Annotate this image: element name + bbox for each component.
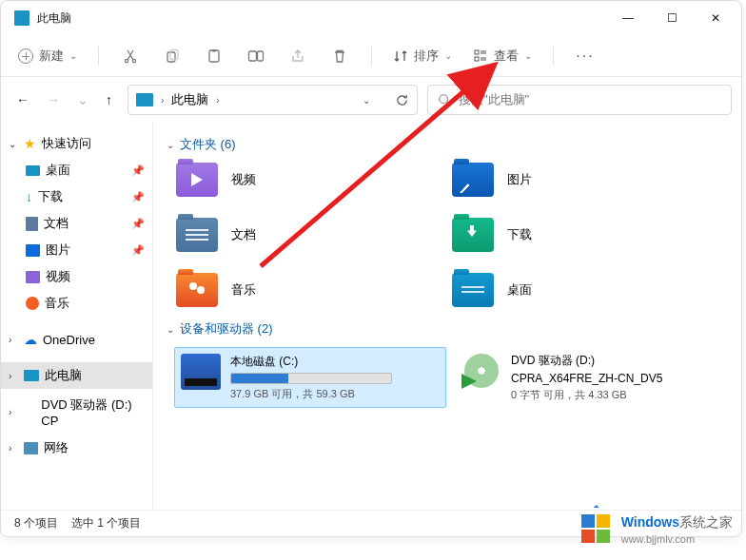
window-controls: — ☐ ✕ [619, 11, 734, 25]
collapse-icon: ⌄ [167, 140, 174, 150]
dvd-icon [461, 353, 501, 389]
delete-button[interactable] [329, 46, 350, 67]
folder-pictures[interactable]: 图片 [452, 163, 728, 197]
sidebar-item-documents[interactable]: 文档📌 [1, 210, 152, 237]
this-pc-icon [24, 370, 39, 381]
expand-icon[interactable]: › [9, 407, 17, 417]
new-button-label: 新建 [39, 48, 64, 65]
content-pane: ⌄ 文件夹 (6) 视频 图片 文档 下载 音乐 桌面 ⌄ 设备和驱动器 (2)… [153, 123, 741, 510]
view-button[interactable]: 查看 ⌄ [473, 48, 532, 65]
sidebar-network[interactable]: ›网络 [1, 434, 152, 461]
collapse-icon: ⌄ [167, 324, 174, 335]
sidebar-onedrive[interactable]: ›☁OneDrive [1, 326, 152, 353]
sidebar-item-downloads[interactable]: ↓下载📌 [1, 183, 152, 210]
sidebar-item-music[interactable]: 音乐 [1, 290, 152, 317]
address-bar[interactable]: › 此电脑 › ⌄ [128, 85, 418, 115]
capacity-bar [230, 373, 392, 384]
sidebar-item-label: DVD 驱动器 (D:) CP [41, 396, 145, 428]
separator [553, 47, 554, 66]
sidebar-this-pc[interactable]: ›此电脑 [1, 362, 152, 389]
chevron-down-icon: ⌄ [69, 50, 77, 61]
view-icon [473, 48, 488, 64]
plus-icon [18, 48, 33, 64]
folder-videos[interactable]: 视频 [176, 163, 452, 197]
chevron-right-icon: › [161, 95, 164, 106]
expand-icon[interactable]: › [9, 371, 18, 381]
svg-rect-2 [167, 52, 175, 62]
folder-desktop[interactable]: 桌面 [452, 273, 728, 307]
this-pc-icon [14, 10, 29, 26]
drive-name: DVD 驱动器 (D:) [511, 353, 662, 369]
folders-grid: 视频 图片 文档 下载 音乐 桌面 [176, 163, 728, 307]
collapse-icon[interactable]: ⌄ [9, 139, 18, 149]
chevron-down-icon: ⌄ [524, 50, 532, 61]
sidebar-item-label: 图片 [46, 241, 70, 259]
sidebar-item-label: 快速访问 [42, 135, 91, 152]
up-button[interactable]: ↑ [106, 92, 112, 107]
folder-icon [176, 273, 218, 307]
pin-icon: 📌 [131, 191, 145, 203]
svg-rect-8 [475, 50, 479, 54]
sidebar-quick-access[interactable]: ⌄ ★ 快速访问 [1, 130, 152, 157]
watermark: Windows系统之家 www.bjjmlv.com [579, 512, 733, 547]
expand-icon[interactable]: › [9, 335, 18, 345]
status-selection: 选中 1 个项目 [71, 515, 141, 531]
sidebar-item-pictures[interactable]: 图片📌 [1, 237, 152, 263]
close-button[interactable]: ✕ [707, 11, 724, 25]
svg-rect-4 [209, 50, 219, 62]
paste-button[interactable] [204, 46, 225, 67]
folder-documents[interactable]: 文档 [176, 218, 452, 252]
music-icon [26, 297, 39, 310]
search-icon [438, 93, 451, 106]
cut-button[interactable] [120, 46, 141, 67]
folder-label: 下载 [507, 226, 532, 243]
status-count: 8 个项目 [14, 515, 58, 531]
maximize-button[interactable]: ☐ [663, 11, 680, 25]
share-button[interactable] [287, 46, 308, 67]
svg-point-0 [125, 59, 128, 62]
new-button[interactable]: 新建 ⌄ [18, 48, 77, 65]
folder-music[interactable]: 音乐 [176, 273, 452, 307]
sidebar-item-desktop[interactable]: 桌面📌 [1, 157, 152, 183]
recent-button[interactable]: ⌄ [77, 92, 88, 107]
sidebar-dvd[interactable]: ›DVD 驱动器 (D:) CP [1, 398, 152, 425]
drives-grid: 本地磁盘 (C:) 37.9 GB 可用，共 59.3 GB DVD 驱动器 (… [174, 347, 728, 408]
group-drives-header[interactable]: ⌄ 设备和驱动器 (2) [167, 320, 728, 338]
more-button[interactable]: ··· [575, 46, 596, 67]
sidebar-item-videos[interactable]: 视频 [1, 263, 152, 290]
watermark-logo [579, 512, 614, 547]
forward-button[interactable]: → [47, 92, 60, 107]
drive-detail: 37.9 GB 可用，共 59.3 GB [230, 387, 392, 401]
sort-button[interactable]: 排序 ⌄ [393, 48, 452, 65]
history-dropdown[interactable]: ⌄ [363, 95, 370, 106]
drive-d[interactable]: DVD 驱动器 (D:) CPRA_X64FRE_ZH-CN_DV5 0 字节 … [456, 347, 728, 408]
toolbar: 新建 ⌄ 排序 ⌄ 查看 ⌄ ··· [1, 35, 741, 77]
folder-icon [452, 163, 494, 197]
folder-downloads[interactable]: 下载 [452, 218, 728, 252]
navigation-row: ← → ⌄ ↑ › 此电脑 › ⌄ 搜索"此电脑" [1, 77, 741, 123]
view-button-label: 查看 [494, 48, 519, 65]
sort-icon [393, 48, 408, 64]
expand-icon[interactable]: › [9, 443, 18, 454]
sidebar-item-label: 音乐 [45, 295, 69, 312]
sidebar-item-label: 网络 [44, 439, 69, 456]
refresh-button[interactable] [395, 93, 409, 107]
group-folders-header[interactable]: ⌄ 文件夹 (6) [167, 136, 728, 153]
separator [98, 47, 99, 66]
drive-c[interactable]: 本地磁盘 (C:) 37.9 GB 可用，共 59.3 GB [174, 347, 446, 408]
copy-button[interactable] [162, 46, 183, 67]
minimize-button[interactable]: — [619, 11, 637, 25]
back-button[interactable]: ← [16, 92, 29, 107]
watermark-suffix: 系统之家 [679, 514, 733, 530]
address-location: 此电脑 [171, 91, 208, 108]
svg-rect-6 [249, 51, 257, 61]
folder-label: 图片 [507, 171, 532, 188]
window-title: 此电脑 [37, 10, 71, 27]
folder-icon [176, 218, 218, 252]
dvd-icon [23, 405, 35, 418]
search-input[interactable]: 搜索"此电脑" [427, 85, 732, 115]
rename-button[interactable] [245, 46, 266, 67]
svg-rect-9 [475, 57, 479, 61]
network-icon [24, 442, 38, 454]
titlebar: 此电脑 — ☐ ✕ [1, 1, 741, 35]
